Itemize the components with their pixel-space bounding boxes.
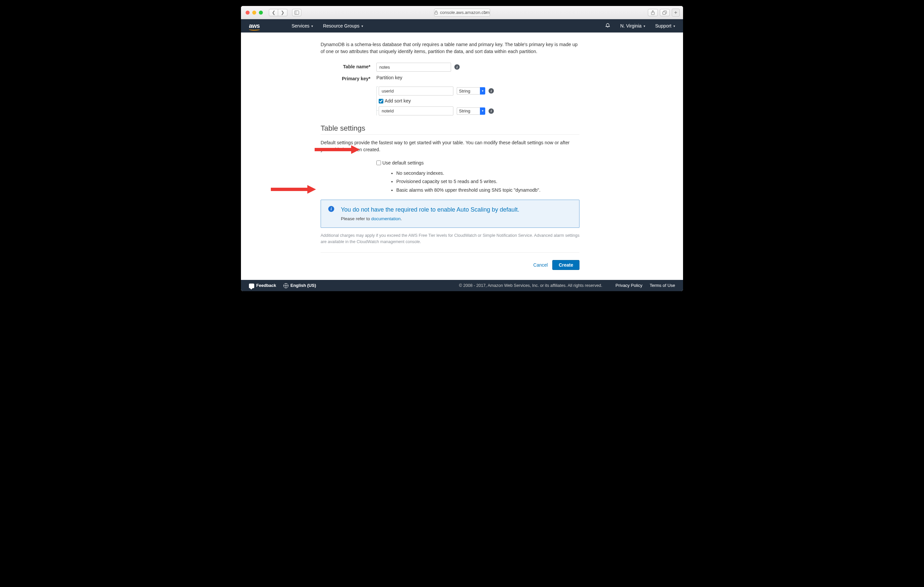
use-default-settings-label: Use default settings — [382, 159, 424, 166]
aws-header: aws Services ▾ Resource Groups ▾ N. Virg… — [241, 19, 683, 33]
create-button[interactable]: Create — [552, 260, 579, 270]
info-icon[interactable]: i — [454, 64, 460, 70]
language-link[interactable]: English (US) — [284, 283, 316, 288]
annotation-arrow — [315, 145, 363, 154]
page-content: DynamoDB is a schema-less database that … — [241, 33, 683, 280]
browser-back-button[interactable]: ❮ — [269, 9, 278, 16]
intro-paragraph: DynamoDB is a schema-less database that … — [321, 41, 579, 55]
alert-body: Please refer to documentation. — [341, 215, 571, 222]
list-item: No secondary indexes. — [396, 170, 579, 177]
list-item: Basic alarms with 80% upper threshold us… — [396, 187, 579, 194]
copyright-text: © 2008 - 2017, Amazon Web Services, Inc.… — [323, 283, 602, 288]
support-menu[interactable]: Support ▾ — [655, 23, 675, 28]
services-menu[interactable]: Services ▾ — [292, 23, 314, 28]
chevron-down-icon: ▾ — [311, 24, 313, 28]
region-menu[interactable]: N. Virginia ▾ — [620, 23, 645, 28]
fullscreen-window-button[interactable] — [259, 11, 263, 15]
tabs-button[interactable] — [660, 9, 670, 16]
region-label: N. Virginia — [620, 23, 642, 28]
documentation-link[interactable]: documentation — [371, 216, 401, 221]
terms-of-use-link[interactable]: Terms of Use — [650, 283, 675, 288]
partition-key-type-select[interactable]: String ▾ — [457, 87, 485, 95]
speech-bubble-icon — [249, 284, 254, 288]
privacy-policy-link[interactable]: Privacy Policy — [615, 283, 643, 288]
table-name-label: Table name* — [321, 63, 376, 70]
browser-forward-button[interactable]: ❯ — [278, 9, 287, 16]
browser-window: ❮ ❯ console.aws.amazon.com ↻ + aws Servi… — [241, 6, 683, 291]
url-bar[interactable]: console.aws.amazon.com ↻ — [434, 8, 490, 16]
list-item: Provisioned capacity set to 5 reads and … — [396, 178, 579, 185]
sort-key-type-select[interactable]: String ▾ — [457, 107, 485, 115]
chevron-down-icon: ▾ — [361, 24, 363, 28]
share-button[interactable] — [648, 9, 658, 16]
url-host: console.aws.amazon.com — [440, 10, 490, 15]
window-traffic-lights — [246, 11, 263, 15]
use-default-settings-checkbox[interactable] — [376, 161, 381, 165]
resource-groups-label: Resource Groups — [323, 23, 360, 28]
add-sort-key-checkbox[interactable] — [379, 99, 383, 104]
table-settings-heading: Table settings — [321, 123, 579, 135]
primary-key-label: Primary key* — [321, 74, 376, 82]
reload-icon[interactable]: ↻ — [483, 10, 487, 15]
svg-rect-0 — [295, 11, 299, 14]
chevron-down-icon: ▾ — [480, 107, 485, 115]
chevron-down-icon: ▾ — [480, 87, 485, 95]
partition-key-input[interactable] — [379, 87, 454, 95]
annotation-arrow — [271, 185, 319, 194]
minimize-window-button[interactable] — [252, 11, 256, 15]
notifications-icon[interactable] — [605, 23, 610, 29]
svg-rect-6 — [663, 12, 666, 14]
table-name-input[interactable] — [376, 62, 451, 72]
lock-icon — [434, 10, 438, 15]
browser-sidebar-button[interactable] — [292, 9, 301, 16]
aws-logo[interactable]: aws — [249, 23, 260, 30]
new-tab-button[interactable]: + — [672, 8, 680, 16]
default-settings-list: No secondary indexes. Provisioned capaci… — [390, 170, 579, 194]
services-label: Services — [292, 23, 310, 28]
globe-icon — [284, 283, 289, 288]
browser-titlebar: ❮ ❯ console.aws.amazon.com ↻ + — [241, 6, 683, 19]
info-icon[interactable]: i — [488, 88, 494, 94]
info-icon[interactable]: i — [488, 109, 494, 114]
svg-rect-2 — [435, 12, 437, 15]
sort-key-input[interactable] — [379, 107, 454, 115]
chevron-down-icon: ▾ — [644, 24, 645, 28]
feedback-link[interactable]: Feedback — [249, 283, 276, 288]
aws-footer: Feedback English (US) © 2008 - 2017, Ama… — [241, 280, 683, 291]
info-alert: i You do not have the required role to e… — [321, 200, 579, 228]
footnote: Additional charges may apply if you exce… — [321, 232, 579, 245]
resource-groups-menu[interactable]: Resource Groups ▾ — [323, 23, 363, 28]
support-label: Support — [655, 23, 672, 28]
add-sort-key-label: Add sort key — [384, 97, 411, 104]
cancel-button[interactable]: Cancel — [533, 262, 548, 268]
chevron-down-icon: ▾ — [673, 24, 675, 28]
info-icon: i — [328, 206, 334, 212]
partition-key-label: Partition key — [376, 74, 402, 81]
close-window-button[interactable] — [246, 11, 249, 15]
alert-title: You do not have the required role to ena… — [341, 205, 571, 214]
